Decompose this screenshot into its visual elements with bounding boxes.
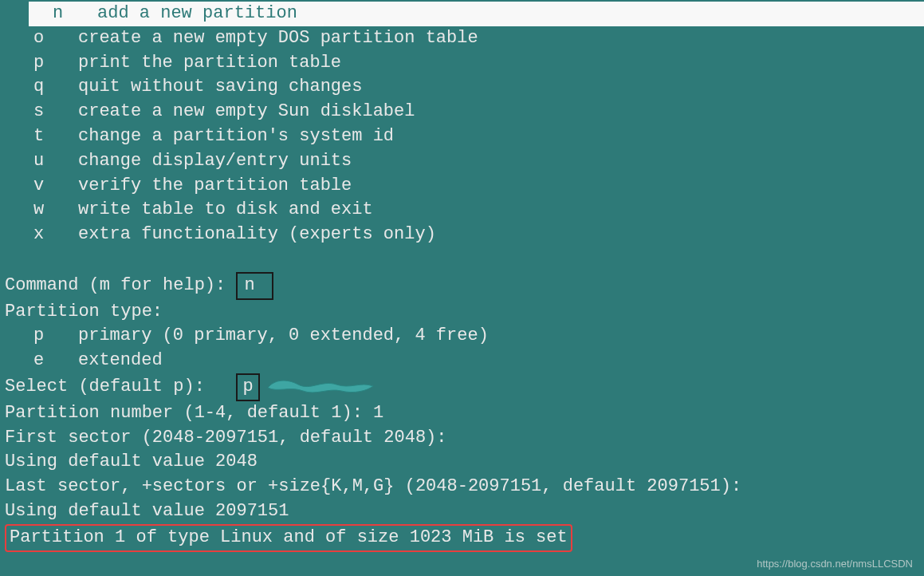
watermark-text: https://blog.csdn.net/nmsLLCSDN	[757, 557, 913, 571]
menu-item-t: tchange a partition's system id	[5, 124, 924, 149]
menu-item-p: pprint the partition table	[5, 51, 924, 76]
result-line: Partition 1 of type Linux and of size 10…	[5, 524, 924, 552]
menu-item-w: wwrite table to disk and exit	[5, 198, 924, 223]
using-default-last: Using default value 2097151	[5, 499, 924, 524]
partition-number-line[interactable]: Partition number (1-4, default 1): 1	[5, 401, 924, 426]
command-input-box[interactable]: n	[236, 272, 273, 300]
partition-type-header: Partition type:	[5, 300, 924, 325]
command-prompt-label: Command (m for help):	[5, 275, 226, 295]
menu-item-u: uchange display/entry units	[5, 149, 924, 174]
ptype-extended: eextended	[5, 349, 924, 373]
command-prompt-line[interactable]: Command (m for help): n	[5, 272, 924, 300]
select-input-box[interactable]: p	[236, 373, 259, 401]
first-sector-line[interactable]: First sector (2048-2097151, default 2048…	[5, 426, 924, 451]
select-prompt-line[interactable]: Select (default p): p	[5, 373, 924, 401]
result-highlight-box: Partition 1 of type Linux and of size 10…	[5, 524, 572, 552]
menu-item-x: xextra functionality (experts only)	[5, 223, 924, 247]
last-sector-line[interactable]: Last sector, +sectors or +size{K,M,G} (2…	[5, 475, 924, 499]
menu-item-v: vverify the partition table	[5, 174, 924, 199]
using-default-first: Using default value 2048	[5, 450, 924, 475]
select-label: Select (default p):	[5, 377, 236, 396]
terminal-output: nadd a new partition ocreate a new empty…	[0, 0, 924, 552]
menu-item-n: nadd a new partition	[5, 2, 924, 26]
redaction-scribble-icon	[266, 377, 378, 396]
menu-item-s: screate a new empty Sun disklabel	[5, 100, 924, 124]
ptype-primary: pprimary (0 primary, 0 extended, 4 free)	[5, 324, 924, 349]
blank-line	[5, 247, 924, 272]
menu-item-q: qquit without saving changes	[5, 75, 924, 100]
menu-item-o: ocreate a new empty DOS partition table	[5, 26, 924, 51]
